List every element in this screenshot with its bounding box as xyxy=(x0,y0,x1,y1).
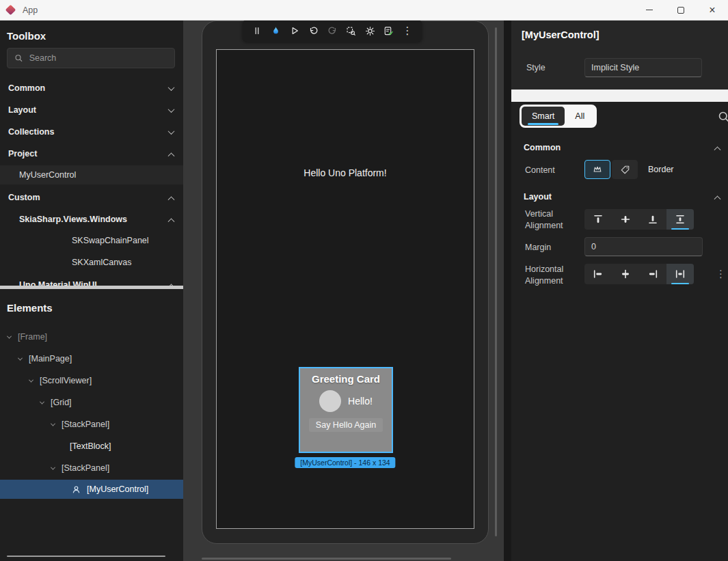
toolbox-item-myusercontrol[interactable]: MyUserControl xyxy=(0,165,183,184)
theme-sun-icon[interactable] xyxy=(363,24,377,38)
myusercontrol-selection[interactable]: Greeting Card Hello! Say Hello Again xyxy=(299,367,393,453)
sidebar-scrollbar[interactable] xyxy=(7,556,165,557)
tree-item-grid[interactable]: [Grid] xyxy=(0,393,183,412)
margin-input[interactable] xyxy=(584,237,703,256)
hot-reload-flame-icon[interactable] xyxy=(269,24,283,38)
tree-item-scrollviewer[interactable]: [ScrollViewer] xyxy=(0,371,183,390)
toolbox-panel: Toolbox Common Layout Collections Projec… xyxy=(0,20,183,286)
toolbox-namespace-skiasharp[interactable]: SkiaSharp.Views.Windows xyxy=(0,209,183,230)
align-left-button[interactable] xyxy=(584,264,612,284)
chevron-down-icon xyxy=(17,355,22,360)
align-bottom-button[interactable] xyxy=(639,209,666,230)
titlebar: App × xyxy=(0,0,728,20)
usercontrol-icon xyxy=(71,484,81,495)
play-icon[interactable] xyxy=(288,24,301,38)
align-right-button[interactable] xyxy=(639,264,666,284)
chevron-up-icon xyxy=(168,152,175,159)
align-top-icon xyxy=(593,214,604,225)
stretch-vertical-button[interactable] xyxy=(666,209,694,230)
search-icon xyxy=(717,110,728,124)
header-separator xyxy=(511,90,728,102)
tree-item-frame[interactable]: [Frame] xyxy=(0,327,183,346)
more-options-icon[interactable]: ⋮ xyxy=(401,24,414,38)
maximize-button[interactable] xyxy=(665,0,697,20)
content-presenter-button[interactable] xyxy=(584,160,610,179)
tree-item-myusercontrol[interactable]: [MyUserControl] xyxy=(0,480,183,499)
toolbox-title: Toolbox xyxy=(7,30,46,42)
app-logo-icon xyxy=(5,5,16,16)
toolbox-item-skswapchainpanel[interactable]: SKSwapChainPanel xyxy=(0,231,183,250)
canvas-vertical-scrollbar[interactable] xyxy=(495,27,497,536)
app-title: App xyxy=(23,5,38,15)
style-input[interactable] xyxy=(584,58,702,77)
tag-icon xyxy=(620,165,630,175)
inspect-element-icon[interactable] xyxy=(345,24,358,38)
chevron-down-icon xyxy=(6,333,11,338)
stretch-horizontal-button[interactable] xyxy=(666,264,694,284)
tree-item-textblock[interactable]: [TextBlock] xyxy=(0,437,183,456)
chevron-up-icon xyxy=(168,218,175,225)
chevron-down-icon xyxy=(50,465,55,469)
selection-size-badge: [MyUserControl] - 146 x 134 xyxy=(295,457,395,468)
margin-label: Margin xyxy=(525,242,551,254)
card-greeting: Hello! xyxy=(348,396,373,407)
task-list-icon[interactable] xyxy=(382,24,396,38)
toolbox-section-layout[interactable]: Layout xyxy=(0,100,183,120)
toolbox-section-common[interactable]: Common xyxy=(0,78,183,98)
content-presenter-icon xyxy=(592,164,603,175)
maximize-icon xyxy=(677,7,684,14)
minimize-button[interactable] xyxy=(634,0,665,20)
device-screen[interactable]: Hello Uno Platform! Greeting Card Hello!… xyxy=(216,49,474,529)
tab-all[interactable]: All xyxy=(565,107,595,126)
tab-smart[interactable]: Smart xyxy=(522,107,565,126)
more-options-icon[interactable]: ⋮ xyxy=(716,268,726,280)
horizontal-alignment-label: Horizontal Alignment xyxy=(525,264,580,287)
undo-icon[interactable] xyxy=(307,24,321,38)
card-row: Hello! xyxy=(319,390,373,412)
content-label: Content xyxy=(525,165,555,176)
toolbar-grip-icon[interactable] xyxy=(250,24,264,38)
style-label: Style xyxy=(526,63,545,72)
section-layout[interactable]: Layout xyxy=(511,189,728,205)
properties-search-button[interactable] xyxy=(717,110,728,126)
tree-item-stackpanel-2[interactable]: [StackPanel] xyxy=(0,459,183,478)
stretch-vertical-icon xyxy=(675,214,686,225)
panel-splitter[interactable] xyxy=(0,286,183,289)
canvas-horizontal-scrollbar[interactable] xyxy=(202,558,451,560)
toolbox-section-project[interactable]: Project xyxy=(0,143,183,164)
align-center-horizontal-button[interactable] xyxy=(612,264,639,284)
design-canvas[interactable]: Hello Uno Platform! Greeting Card Hello!… xyxy=(183,20,504,561)
card-title: Greeting Card xyxy=(312,373,380,385)
align-bottom-icon xyxy=(647,214,658,225)
toolbox-section-custom[interactable]: Custom xyxy=(0,187,183,208)
align-right-icon xyxy=(647,269,658,279)
device-frame: Hello Uno Platform! Greeting Card Hello!… xyxy=(202,20,489,544)
search-icon xyxy=(14,53,23,63)
say-hello-again-button[interactable]: Say Hello Again xyxy=(309,418,383,432)
align-center-vertical-button[interactable] xyxy=(612,209,639,230)
chevron-up-icon xyxy=(168,196,175,203)
toolbox-section-collections[interactable]: Collections xyxy=(0,122,183,142)
chevron-down-icon xyxy=(28,377,33,382)
hello-textblock[interactable]: Hello Uno Platform! xyxy=(217,167,474,178)
tree-item-mainpage[interactable]: [MainPage] xyxy=(0,349,183,368)
toolbox-search[interactable] xyxy=(7,48,175,68)
align-top-button[interactable] xyxy=(584,209,612,230)
search-input[interactable] xyxy=(29,53,167,63)
content-tag-button[interactable] xyxy=(612,160,638,179)
vertical-alignment-group xyxy=(584,209,694,230)
align-left-icon xyxy=(593,269,604,279)
chevron-up-icon xyxy=(714,195,721,202)
properties-header: [MyUserControl] Style xyxy=(511,20,728,90)
chevron-down-icon xyxy=(50,421,55,426)
content-toggle-group xyxy=(584,160,638,179)
tree-item-stackpanel-1[interactable]: [StackPanel] xyxy=(0,415,183,434)
toolbox-namespace-unomaterial[interactable]: Uno.Material.WinUI xyxy=(0,275,183,286)
align-center-horizontal-icon xyxy=(620,269,631,279)
section-common[interactable]: Common xyxy=(511,139,728,156)
close-icon: × xyxy=(709,5,715,16)
close-button[interactable]: × xyxy=(697,0,728,20)
redo-icon[interactable] xyxy=(325,24,339,38)
panel-gutter xyxy=(504,20,511,561)
toolbox-item-skxamlcanvas[interactable]: SKXamlCanvas xyxy=(0,253,183,272)
